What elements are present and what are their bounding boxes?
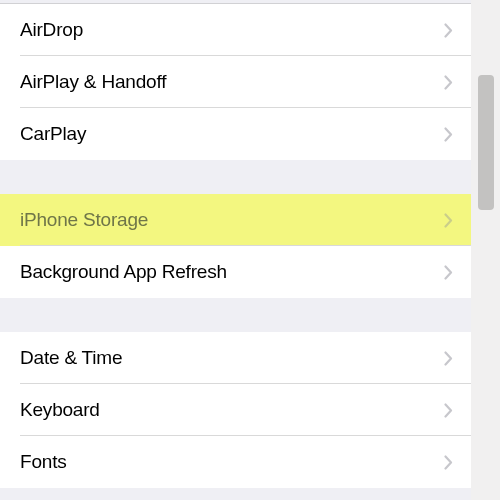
row-fonts[interactable]: Fonts	[0, 436, 471, 488]
row-label: CarPlay	[20, 123, 86, 145]
row-label: iPhone Storage	[20, 209, 148, 231]
group-separator	[0, 160, 471, 194]
chevron-right-icon	[443, 454, 453, 470]
chevron-right-icon	[443, 212, 453, 228]
chevron-right-icon	[443, 74, 453, 90]
row-iphone-storage[interactable]: iPhone Storage	[0, 194, 471, 246]
row-keyboard[interactable]: Keyboard	[0, 384, 471, 436]
settings-group-2: iPhone Storage Background App Refresh	[0, 194, 471, 298]
row-label: Date & Time	[20, 347, 122, 369]
row-carplay[interactable]: CarPlay	[0, 108, 471, 160]
settings-group-1: AirDrop AirPlay & Handoff CarPlay	[0, 4, 471, 160]
row-airdrop[interactable]: AirDrop	[0, 4, 471, 56]
row-label: AirDrop	[20, 19, 83, 41]
settings-group-3: Date & Time Keyboard Fonts	[0, 332, 471, 488]
chevron-right-icon	[443, 350, 453, 366]
row-airplay-handoff[interactable]: AirPlay & Handoff	[0, 56, 471, 108]
scrollbar-track[interactable]	[471, 0, 500, 500]
row-date-time[interactable]: Date & Time	[0, 332, 471, 384]
chevron-right-icon	[443, 22, 453, 38]
row-label: AirPlay & Handoff	[20, 71, 166, 93]
row-label: Keyboard	[20, 399, 100, 421]
scrollbar-thumb[interactable]	[478, 75, 494, 210]
chevron-right-icon	[443, 402, 453, 418]
chevron-right-icon	[443, 126, 453, 142]
row-background-app-refresh[interactable]: Background App Refresh	[0, 246, 471, 298]
settings-list: AirDrop AirPlay & Handoff CarPlay iPhone…	[0, 0, 471, 500]
row-label: Fonts	[20, 451, 67, 473]
group-separator	[0, 298, 471, 332]
row-label: Background App Refresh	[20, 261, 227, 283]
chevron-right-icon	[443, 264, 453, 280]
